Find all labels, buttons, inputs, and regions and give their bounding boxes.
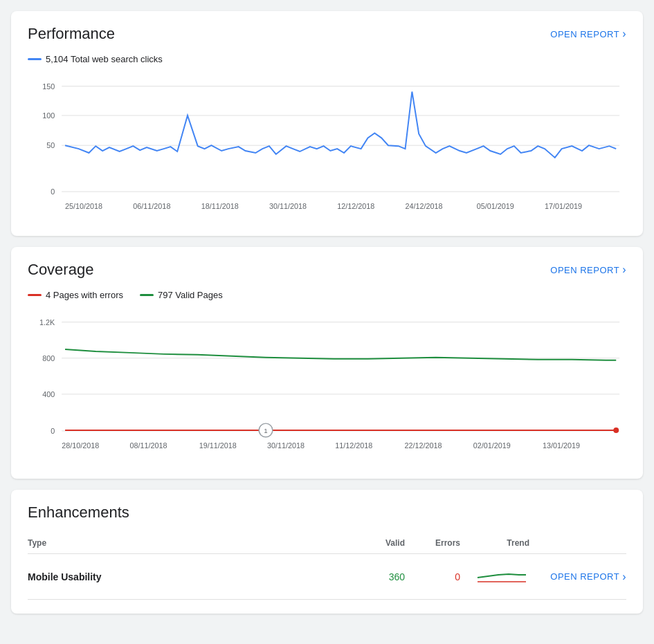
coverage-chart-svg: 1.2K 800 400 0 28/10/2018 08/11/2018 19/… bbox=[28, 309, 626, 465]
chevron-icon: › bbox=[622, 571, 626, 583]
enhancements-card: Enhancements Type Valid Errors Trend Mob… bbox=[11, 490, 643, 614]
mobile-usability-label: Mobile Usability bbox=[28, 554, 349, 600]
enhancements-table-header-row: Type Valid Errors Trend bbox=[28, 533, 626, 554]
svg-text:28/10/2018: 28/10/2018 bbox=[62, 441, 99, 450]
enhancements-table: Type Valid Errors Trend Mobile Usability… bbox=[28, 533, 626, 600]
performance-chart: 150 100 50 0 25/10/2018 06/11/2018 18/11… bbox=[28, 73, 626, 222]
performance-card: Performance OPEN REPORT › 5,104 Total we… bbox=[11, 11, 643, 236]
col-link-header bbox=[529, 533, 626, 554]
svg-text:0: 0 bbox=[51, 427, 55, 435]
chevron-icon: › bbox=[622, 28, 626, 40]
col-valid-header: Valid bbox=[349, 533, 405, 554]
mobile-usability-valid: 360 bbox=[349, 554, 405, 600]
svg-text:400: 400 bbox=[42, 390, 55, 398]
svg-text:100: 100 bbox=[42, 111, 55, 120]
svg-text:24/12/2018: 24/12/2018 bbox=[406, 202, 443, 210]
coverage-header: Coverage OPEN REPORT › bbox=[28, 261, 626, 279]
performance-title: Performance bbox=[28, 25, 115, 43]
performance-header: Performance OPEN REPORT › bbox=[28, 25, 626, 43]
svg-text:1: 1 bbox=[264, 427, 267, 434]
coverage-valid-label: 797 Valid Pages bbox=[158, 290, 223, 300]
svg-text:18/11/2018: 18/11/2018 bbox=[201, 202, 239, 210]
svg-point-34 bbox=[613, 427, 619, 433]
svg-text:17/01/2019: 17/01/2019 bbox=[545, 202, 582, 210]
svg-text:30/11/2018: 30/11/2018 bbox=[267, 441, 305, 450]
svg-text:150: 150 bbox=[42, 82, 55, 91]
coverage-open-report[interactable]: OPEN REPORT › bbox=[550, 264, 626, 276]
performance-legend: 5,104 Total web search clicks bbox=[28, 54, 626, 64]
enhancements-header: Enhancements bbox=[28, 504, 626, 522]
svg-text:0: 0 bbox=[51, 187, 55, 196]
col-trend-header: Trend bbox=[460, 533, 529, 554]
svg-text:11/12/2018: 11/12/2018 bbox=[335, 441, 372, 450]
coverage-errors-line bbox=[28, 294, 42, 296]
mobile-usability-trend bbox=[460, 554, 529, 600]
enhancements-title: Enhancements bbox=[28, 504, 129, 522]
coverage-card: Coverage OPEN REPORT › 4 Pages with erro… bbox=[11, 247, 643, 479]
mobile-usability-errors: 0 bbox=[405, 554, 460, 600]
coverage-legend-errors: 4 Pages with errors bbox=[28, 290, 123, 300]
performance-legend-item: 5,104 Total web search clicks bbox=[28, 54, 163, 64]
svg-text:1.2K: 1.2K bbox=[39, 318, 55, 326]
table-row: Mobile Usability 360 0 bbox=[28, 554, 626, 600]
svg-text:22/12/2018: 22/12/2018 bbox=[405, 441, 442, 450]
mobile-usability-open-report[interactable]: OPEN REPORT › bbox=[529, 554, 626, 600]
svg-text:05/01/2019: 05/01/2019 bbox=[477, 202, 514, 210]
chevron-icon: › bbox=[622, 264, 626, 276]
svg-text:02/01/2019: 02/01/2019 bbox=[473, 441, 511, 450]
performance-legend-label: 5,104 Total web search clicks bbox=[46, 54, 163, 64]
svg-text:13/01/2019: 13/01/2019 bbox=[543, 441, 580, 450]
performance-open-report[interactable]: OPEN REPORT › bbox=[550, 28, 626, 40]
coverage-chart: 1.2K 800 400 0 28/10/2018 08/11/2018 19/… bbox=[28, 309, 626, 465]
col-type-header: Type bbox=[28, 533, 349, 554]
svg-text:08/11/2018: 08/11/2018 bbox=[129, 441, 167, 450]
coverage-valid-line bbox=[140, 294, 154, 296]
performance-legend-line bbox=[28, 58, 42, 60]
coverage-title: Coverage bbox=[28, 261, 93, 279]
svg-text:50: 50 bbox=[46, 141, 55, 149]
svg-text:19/11/2018: 19/11/2018 bbox=[199, 441, 237, 450]
performance-chart-svg: 150 100 50 0 25/10/2018 06/11/2018 18/11… bbox=[28, 73, 626, 222]
svg-text:800: 800 bbox=[42, 354, 55, 362]
trend-sparkline bbox=[474, 565, 529, 586]
svg-text:25/10/2018: 25/10/2018 bbox=[65, 202, 102, 210]
svg-text:12/12/2018: 12/12/2018 bbox=[337, 202, 374, 210]
svg-text:06/11/2018: 06/11/2018 bbox=[133, 202, 170, 210]
coverage-errors-label: 4 Pages with errors bbox=[46, 290, 123, 300]
coverage-legend-valid: 797 Valid Pages bbox=[140, 290, 223, 300]
col-errors-header: Errors bbox=[405, 533, 460, 554]
coverage-legend: 4 Pages with errors 797 Valid Pages bbox=[28, 290, 626, 300]
svg-text:30/11/2018: 30/11/2018 bbox=[269, 202, 307, 210]
